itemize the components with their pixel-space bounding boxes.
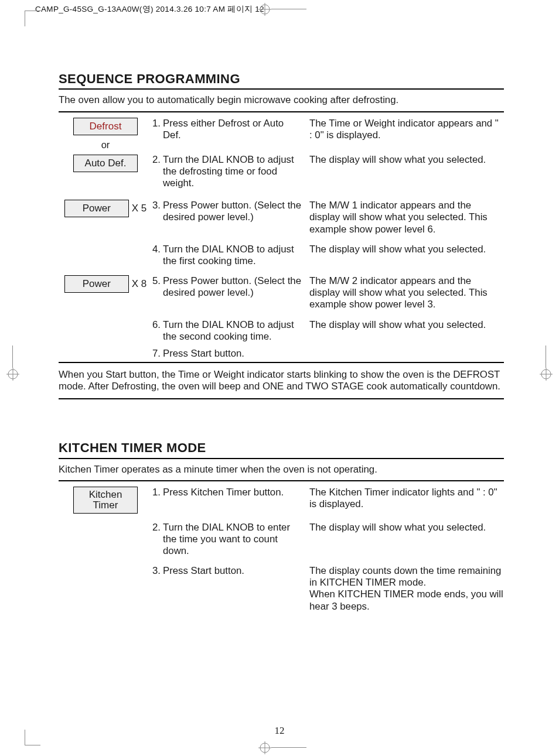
step-display: The display will show what you selected.: [309, 522, 504, 533]
step-row: 3. Press Start button. The display count…: [59, 565, 504, 613]
step-instruction: 3. Press Power button. (Select the desir…: [152, 200, 302, 223]
timer-intro: Kitchen Timer operates as a minute timer…: [59, 464, 504, 476]
step-display: The Kitchen Timer indicator lights and "…: [309, 487, 504, 510]
step-display: The Time or Weight indicator appears and…: [309, 118, 504, 141]
step-row: 7. Press Start button.: [59, 348, 504, 360]
step-display: The display will show what you selected.: [309, 244, 504, 255]
sequence-programming-section: SEQUENCE PROGRAMMING The oven allow you …: [59, 71, 504, 399]
step-number: 5.: [152, 275, 163, 299]
step-instruction: 2. Turn the DIAL KNOB to enter the time …: [152, 522, 302, 557]
step-number: 2.: [152, 522, 163, 557]
step-number: 7.: [152, 348, 163, 360]
rule: [59, 458, 504, 459]
rule: [59, 398, 504, 399]
step-instruction: 5. Press Power button. (Select the desir…: [152, 275, 302, 299]
step-row: 4. Turn the DIAL KNOB to adjust the firs…: [59, 244, 504, 267]
auto-def-button: Auto Def.: [73, 155, 138, 172]
step-instruction: 1. Press either Defrost or Auto Def.: [152, 118, 302, 141]
step-text: Press either Defrost or Auto Def.: [163, 118, 302, 141]
rule: [59, 362, 504, 363]
step-number: 3.: [152, 200, 163, 223]
page-content: SEQUENCE PROGRAMMING The oven allow you …: [59, 71, 504, 618]
section-title-timer: KITCHEN TIMER MODE: [59, 440, 504, 456]
step-instruction: 4. Turn the DIAL KNOB to adjust the firs…: [152, 244, 302, 267]
step-number: 4.: [152, 244, 163, 267]
step-instruction: 1. Press Kitchen Timer button.: [152, 487, 302, 498]
or-label: or: [101, 139, 110, 151]
step-instruction: 6. Turn the DIAL KNOB to adjust the seco…: [152, 319, 302, 343]
step-display: The display will show what you selected.: [309, 319, 504, 331]
step-number: 6.: [152, 319, 163, 343]
step-instruction: 3. Press Start button.: [152, 565, 302, 577]
step-text: Turn the DIAL KNOB to adjust the defrost…: [163, 154, 302, 189]
power-button: Power: [64, 200, 129, 217]
crop-mark-tl: [25, 11, 40, 26]
registration-mark-bottom: [258, 741, 271, 754]
sequence-intro: The oven allow you to automatically begi…: [59, 94, 504, 106]
step-text: Turn the DIAL KNOB to adjust the second …: [163, 319, 302, 343]
step-text: Press Kitchen Timer button.: [163, 487, 302, 498]
step-display: The M/W 1 indicator appears and the disp…: [309, 200, 504, 235]
step-display: The M/W 2 indicator appears and the disp…: [309, 275, 504, 310]
registration-mark-left: [6, 368, 19, 381]
step-number: 3.: [152, 565, 163, 577]
step-text: Turn the DIAL KNOB to adjust the first c…: [163, 244, 302, 267]
step-text: Press Power button. (Select the desired …: [163, 200, 302, 223]
step-text: Turn the DIAL KNOB to enter the time you…: [163, 522, 302, 557]
step-instruction: 2. Turn the DIAL KNOB to adjust the defr…: [152, 154, 302, 189]
step-instruction: 7. Press Start button.: [152, 348, 302, 360]
page-number: 12: [0, 725, 559, 737]
rule: [59, 111, 504, 112]
sequence-post-note: When you Start button, the Time or Weigh…: [59, 369, 504, 392]
step-display: The display will show what you selected.: [309, 154, 504, 166]
defrost-button: Defrost: [73, 118, 138, 135]
press-count-x5: X 5: [132, 203, 147, 214]
step-row: Kitchen Timer 1. Press Kitchen Timer but…: [59, 487, 504, 514]
step-text: Press Power button. (Select the desired …: [163, 275, 302, 299]
step-text: Press Start button.: [163, 565, 302, 577]
step-row: Power X 5 3. Press Power button. (Select…: [59, 200, 504, 235]
svg-point-9: [541, 370, 551, 379]
step-row: 2. Turn the DIAL KNOB to enter the time …: [59, 522, 504, 557]
step-row: Defrost or Auto Def. 1. Press either Def…: [59, 118, 504, 190]
step-display: The display counts down the time remaini…: [309, 565, 504, 613]
step-row: 6. Turn the DIAL KNOB to adjust the seco…: [59, 319, 504, 343]
registration-mark-right: [540, 368, 553, 381]
svg-point-3: [260, 743, 270, 752]
step-number: 1.: [152, 118, 163, 141]
press-count-x8: X 8: [132, 278, 147, 290]
rule: [59, 88, 504, 90]
print-header-strip: CAMP_G-45SG_G-13AA0W(영) 2014.3.26 10:7 A…: [35, 5, 264, 14]
kitchen-timer-button: Kitchen Timer: [73, 487, 138, 514]
power-button: Power: [64, 275, 129, 293]
rule: [59, 480, 504, 481]
step-row: Power X 8 5. Press Power button. (Select…: [59, 275, 504, 310]
step-text: Press Start button.: [163, 348, 302, 360]
step-number: 2.: [152, 154, 163, 189]
section-title-sequence: SEQUENCE PROGRAMMING: [59, 71, 504, 87]
kitchen-timer-section: KITCHEN TIMER MODE Kitchen Timer operate…: [59, 440, 504, 612]
svg-point-6: [8, 370, 18, 379]
step-number: 1.: [152, 487, 163, 498]
